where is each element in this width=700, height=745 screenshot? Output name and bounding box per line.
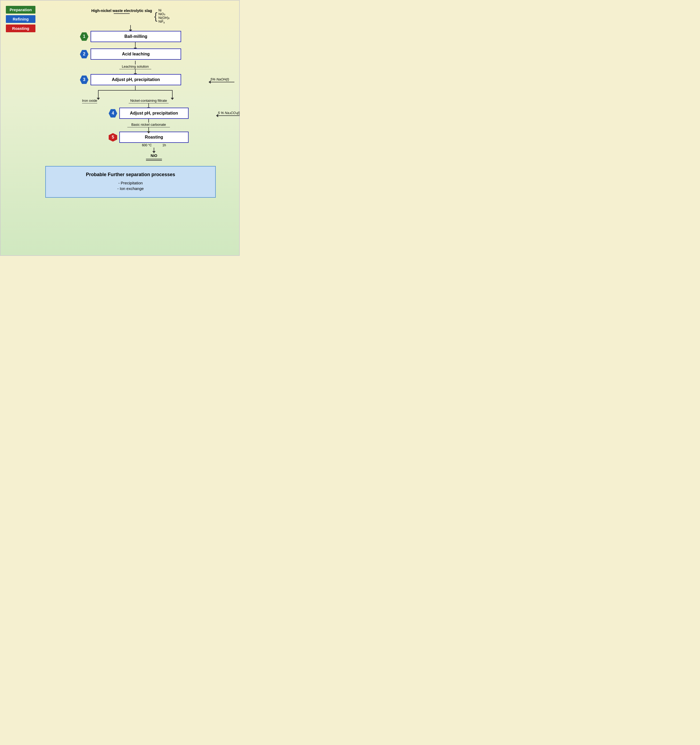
legend-preparation: Preparation (6, 6, 36, 13)
naoh-input: 5% NaOH(l) (210, 77, 234, 82)
compound-nio2: NiO₂ (158, 12, 170, 16)
step-4-row: 4 Adjust pH, precipitation 5 % Na₂CO₃(l) (109, 108, 189, 119)
time-label: 1h (163, 144, 166, 147)
basic-nickel-label: Basic nickel carbonate (127, 123, 170, 127)
step-3-row: 3 Adjust pH, precipitation 5% NaOH(l) (80, 74, 181, 85)
bottom-box-item-2: - Ion exchange (54, 186, 207, 191)
naoh-label: 5% NaOH(l) (210, 77, 229, 81)
compound-list: Ni NiO₂ Ni(OH)₂ NiFx (158, 9, 170, 24)
input-material-label: High-nickel waste electrolytic slag (91, 9, 152, 13)
step-3-badge: 3 (80, 75, 88, 84)
step-4-box: Adjust pH, precipitation (119, 108, 189, 119)
step-2-row: 2 Acid leaching (80, 48, 181, 60)
na2co3-label: 5 % Na₂CO₃(l) (218, 111, 240, 115)
iron-oxide-label: Iron oxide (82, 99, 97, 103)
step-1-badge: 1 (80, 32, 88, 41)
bottom-box: Probable Further separation processes - … (45, 166, 216, 198)
legend-roasting: Roasting (6, 24, 36, 32)
iron-oxide-branch: Iron oxide (82, 99, 97, 103)
bottom-box-item-1: - Precipitation (54, 181, 207, 185)
flow-diagram: High-nickel waste electrolytic slag { Ni… (27, 6, 234, 198)
step-2-box: Acid leaching (91, 48, 181, 60)
compound-ni: Ni (158, 9, 170, 12)
na2co3-input: 5 % Na₂CO₃(l) (218, 111, 240, 116)
compound-nioh2: Ni(OH)₂ (158, 16, 170, 20)
step-4-badge: 4 (109, 109, 117, 118)
nickel-filtrate-label: Nickel-containing filtrate (129, 99, 169, 103)
temp-label: 600 °C (142, 144, 152, 147)
bottom-box-title: Probable Further separation processes (54, 172, 207, 178)
step-2-badge: 2 (80, 50, 88, 58)
right-branch: Nickel-containing filtrate 4 Adjust pH, … (109, 99, 189, 161)
step-1-row: 1 Ball-milling (80, 31, 181, 42)
step-5-badge: 5 (109, 133, 117, 142)
step-3-box: Adjust pH, precipitation (91, 74, 181, 85)
step-1-box: Ball-milling (91, 31, 181, 42)
main-container: Preparation Refining Roasting High-nicke… (0, 0, 240, 256)
legend-refining: Refining (6, 15, 36, 23)
compound-nifx: NiFx (158, 20, 170, 24)
nio-label: NiO (151, 154, 157, 158)
leaching-solution-label: Leaching solution (119, 64, 151, 69)
step-5-box: Roasting (119, 132, 189, 143)
legend: Preparation Refining Roasting (6, 6, 36, 32)
bracket-icon: { (154, 12, 157, 21)
